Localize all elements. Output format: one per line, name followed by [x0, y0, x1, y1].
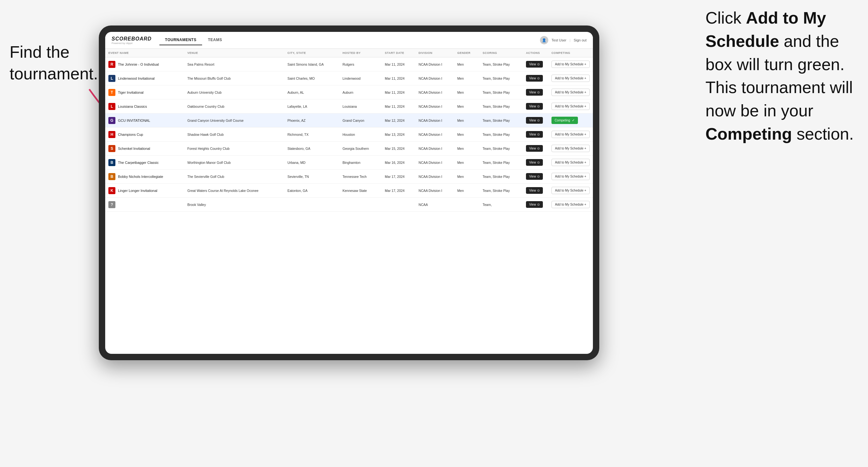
col-actions: ACTIONS [523, 49, 548, 57]
view-icon: ⊙ [537, 76, 540, 80]
add-to-schedule-button[interactable]: Add to My Schedule + [552, 187, 590, 194]
add-to-schedule-button[interactable]: Add to My Schedule + [552, 89, 590, 96]
col-scoring: SCORING [479, 49, 523, 57]
add-to-schedule-button[interactable]: Add to My Schedule + [552, 201, 590, 208]
start-date-cell: Mar 15, 2024 [381, 142, 415, 156]
start-date-cell: Mar 11, 2024 [381, 57, 415, 71]
view-button[interactable]: View ⊙ [526, 103, 543, 110]
tab-teams[interactable]: TEAMS [202, 35, 228, 45]
scoring-cell: Team, Stroke Play [479, 86, 523, 99]
start-date-cell: Mar 11, 2024 [381, 71, 415, 86]
competing-cell: Competing ✓ [548, 114, 593, 127]
scoring-cell: Team, Stroke Play [479, 169, 523, 184]
gender-cell [454, 198, 479, 212]
view-button[interactable]: View ⊙ [526, 89, 543, 96]
actions-cell: View ⊙ [523, 57, 548, 71]
view-button[interactable]: View ⊙ [526, 75, 543, 82]
sign-out-link[interactable]: Sign out [574, 38, 587, 42]
table-row: S Schenkel Invitational Forest Heights C… [105, 142, 593, 156]
team-logo: B [108, 159, 115, 166]
view-icon: ⊙ [537, 62, 540, 66]
col-start-date: START DATE [381, 49, 415, 57]
col-hosted-by: HOSTED BY [339, 49, 381, 57]
competing-cell: Add to My Schedule + [548, 156, 593, 169]
gender-cell: Men [454, 86, 479, 99]
table-row: ? Brook ValleyNCAATeam, View ⊙ Add to My… [105, 198, 593, 212]
venue-cell: The Missouri Bluffs Golf Club [184, 71, 284, 86]
tab-tournaments[interactable]: TOURNAMENTS [159, 35, 203, 45]
gender-cell: Men [454, 114, 479, 127]
add-to-schedule-button[interactable]: Add to My Schedule + [552, 131, 590, 138]
user-info: Test User [552, 38, 566, 42]
gender-cell: Men [454, 184, 479, 198]
scoring-cell: Team, Stroke Play [479, 114, 523, 127]
view-button[interactable]: View ⊙ [526, 117, 543, 124]
start-date-cell: Mar 11, 2024 [381, 99, 415, 114]
city-state-cell: Saint Charles, MO [284, 71, 340, 86]
left-annotation: Find the tournament. [9, 41, 98, 85]
venue-cell: Sea Palms Resort [184, 57, 284, 71]
division-cell: NCAA Division I [415, 127, 454, 142]
view-button[interactable]: View ⊙ [526, 145, 543, 152]
hosted-by-cell: Tennessee Tech [339, 169, 381, 184]
view-button[interactable]: View ⊙ [526, 159, 543, 166]
team-logo: G [108, 117, 115, 124]
actions-cell: View ⊙ [523, 198, 548, 212]
scoring-cell: Team, [479, 198, 523, 212]
nav-tabs: TOURNAMENTS TEAMS [159, 35, 228, 45]
view-icon: ⊙ [537, 203, 540, 206]
table-row: H Champions Cup Shadow Hawk Golf ClubRic… [105, 127, 593, 142]
view-icon: ⊙ [537, 161, 540, 164]
view-button[interactable]: View ⊙ [526, 173, 543, 180]
scoring-cell: Team, Stroke Play [479, 57, 523, 71]
competing-cell: Add to My Schedule + [548, 86, 593, 99]
tournaments-table: EVENT NAME VENUE CITY, STATE HOSTED BY S… [105, 49, 593, 212]
add-to-schedule-button[interactable]: Add to My Schedule + [552, 159, 590, 166]
hosted-by-cell: Rutgers [339, 57, 381, 71]
view-button[interactable]: View ⊙ [526, 201, 543, 208]
add-to-schedule-button[interactable]: Add to My Schedule + [552, 145, 590, 152]
scoring-cell: Team, Stroke Play [479, 99, 523, 114]
venue-cell: Great Waters Course At Reynolds Lake Oco… [184, 184, 284, 198]
add-to-schedule-button[interactable]: Add to My Schedule + [552, 173, 590, 180]
start-date-cell: Mar 12, 2024 [381, 114, 415, 127]
start-date-cell: Mar 11, 2024 [381, 86, 415, 99]
view-button[interactable]: View ⊙ [526, 187, 543, 194]
team-logo: R [108, 61, 115, 68]
scoring-cell: Team, Stroke Play [479, 184, 523, 198]
venue-cell: Shadow Hawk Golf Club [184, 127, 284, 142]
col-event-name: EVENT NAME [105, 49, 184, 57]
team-logo: T [108, 89, 115, 96]
actions-cell: View ⊙ [523, 99, 548, 114]
team-logo: L [108, 103, 115, 110]
competing-button[interactable]: Competing ✓ [552, 117, 578, 124]
view-icon: ⊙ [537, 91, 540, 94]
table-row: L Lindenwood Invitational The Missouri B… [105, 71, 593, 86]
division-cell: NCAA Division I [415, 114, 454, 127]
add-to-schedule-button[interactable]: Add to My Schedule + [552, 103, 590, 110]
add-to-schedule-button[interactable]: Add to My Schedule + [552, 61, 590, 68]
scoring-cell: Team, Stroke Play [479, 156, 523, 169]
city-state-cell: Saint Simons Island, GA [284, 57, 340, 71]
actions-cell: View ⊙ [523, 169, 548, 184]
view-icon: ⊙ [537, 104, 540, 108]
view-button[interactable]: View ⊙ [526, 131, 543, 138]
hosted-by-cell: Grand Canyon [339, 114, 381, 127]
division-cell: NCAA Division I [415, 99, 454, 114]
event-name: GCU INVITATIONAL [118, 119, 150, 122]
division-cell: NCAA Division I [415, 86, 454, 99]
add-to-schedule-button[interactable]: Add to My Schedule + [552, 74, 590, 82]
view-button[interactable]: View ⊙ [526, 61, 543, 68]
competing-cell: Add to My Schedule + [548, 198, 593, 212]
city-state-cell: Sevierville, TN [284, 169, 340, 184]
start-date-cell [381, 198, 415, 212]
start-date-cell: Mar 17, 2024 [381, 184, 415, 198]
competing-label: Competing [555, 119, 570, 122]
competing-cell: Add to My Schedule + [548, 142, 593, 156]
event-name: The Johnnie - O Individual [118, 62, 159, 66]
city-state-cell: Eatonton, GA [284, 184, 340, 198]
scoring-cell: Team, Stroke Play [479, 127, 523, 142]
actions-cell: View ⊙ [523, 86, 548, 99]
competing-cell: Add to My Schedule + [548, 71, 593, 86]
table-row: B The Carpetbagger Classic Worthington M… [105, 156, 593, 169]
